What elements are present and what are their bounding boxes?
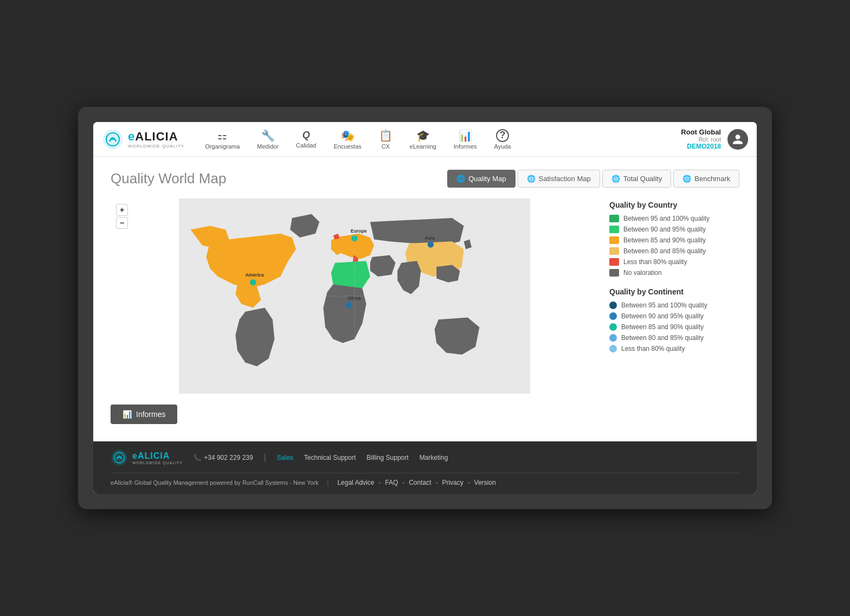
- swatch-95-100: [609, 215, 619, 222]
- footer-bottom-links: Legal Advice • FAQ • Contact • Privacy •…: [337, 479, 495, 486]
- logo-icon: [102, 129, 124, 150]
- legend-continent-item: Between 80 and 85% quality: [609, 334, 739, 342]
- nav-calidad[interactable]: Q Calidad: [288, 125, 324, 153]
- informes-nav-icon: 📊: [459, 129, 472, 142]
- legend-item: Between 90 and 95% quality: [609, 226, 739, 233]
- chart-icon: 📊: [123, 410, 132, 419]
- svg-point-11: [428, 241, 434, 248]
- legend-continent-items: Between 95 and 100% quality Between 90 a…: [609, 301, 739, 352]
- footer-contact[interactable]: Contact: [409, 479, 431, 486]
- nav-calidad-label: Calidad: [296, 142, 316, 149]
- legend-continent-item: Less than 80% quality: [609, 345, 739, 352]
- label-80-85: Between 80 and 85% quality: [623, 247, 706, 255]
- footer-legal[interactable]: Legal Advice: [337, 479, 374, 486]
- label-less-80: Less than 80% quality: [623, 258, 687, 266]
- nav-cx-label: CX: [382, 143, 390, 150]
- cont-label-90-95: Between 90 and 95% quality: [621, 312, 704, 320]
- avatar-icon: [732, 133, 744, 145]
- footer-faq[interactable]: FAQ: [385, 479, 398, 486]
- legend-country-items: Between 95 and 100% quality Between 90 a…: [609, 215, 739, 277]
- page-header: Quality World Map 🌐 Quality Map 🌐 Satisf…: [111, 170, 739, 188]
- footer-divider-1: |: [264, 453, 266, 463]
- nav-informes-label: Informes: [454, 143, 477, 150]
- zoom-out-button[interactable]: −: [116, 217, 128, 229]
- tab-quality-map[interactable]: 🌐 Quality Map: [447, 170, 515, 188]
- nav-ayuda[interactable]: ? Ayuda: [487, 125, 519, 154]
- dot-90-95: [609, 312, 617, 320]
- dot-80-85: [609, 334, 617, 342]
- user-name: Root Global: [681, 128, 721, 136]
- globe-icon-bm: 🌐: [682, 175, 691, 183]
- footer-copyright: eAlicia® Global Quality Management power…: [111, 479, 319, 486]
- nav-medidor[interactable]: 🔧 Medidor: [249, 125, 286, 154]
- swatch-no-valor: [609, 269, 619, 277]
- swatch-less-80: [609, 258, 619, 266]
- tab-satisfaction-map[interactable]: 🌐 Satisfaction Map: [518, 170, 600, 188]
- footer-privacy[interactable]: Privacy: [442, 479, 463, 486]
- legend-country-title: Quality by Country: [609, 201, 739, 209]
- logo-text: eALICIA WORLDWIDE QUALITY: [128, 130, 184, 149]
- label-no-valor: No valoration: [623, 269, 662, 277]
- main-content: Quality World Map 🌐 Quality Map 🌐 Satisf…: [93, 157, 757, 441]
- tab-quality-map-label: Quality Map: [468, 175, 506, 183]
- legend-item: Less than 80% quality: [609, 258, 739, 266]
- footer-version[interactable]: Version: [474, 479, 496, 486]
- tab-buttons: 🌐 Quality Map 🌐 Satisfaction Map 🌐 Total…: [447, 170, 739, 188]
- tab-total-quality[interactable]: 🌐 Total Quality: [602, 170, 672, 188]
- svg-text:Asia: Asia: [425, 235, 435, 241]
- footer-link-billing[interactable]: Billing Support: [366, 454, 408, 461]
- footer-link-sales[interactable]: Sales: [277, 454, 293, 461]
- footer-top: eALICIA WORLDWIDE QUALITY 📞 +34 902 229 …: [111, 449, 739, 473]
- tab-benchmark[interactable]: 🌐 Benchmark: [673, 170, 739, 188]
- label-95-100: Between 95 and 100% quality: [623, 215, 710, 222]
- dot-95-100: [609, 301, 617, 309]
- swatch-85-90: [609, 236, 619, 244]
- cont-label-less-80: Less than 80% quality: [621, 345, 685, 352]
- legend-item: Between 80 and 85% quality: [609, 247, 739, 255]
- header: eALICIA WORLDWIDE QUALITY ⚏ Organigrama …: [93, 122, 757, 157]
- footer-e-letter: e: [132, 451, 138, 460]
- nav-encuestas[interactable]: 🎭 Encuestas: [326, 125, 369, 154]
- calidad-icon: Q: [302, 130, 310, 141]
- nav-ayuda-label: Ayuda: [494, 143, 511, 150]
- nav-organigrama[interactable]: ⚏ Organigrama: [197, 125, 247, 154]
- header-right: Root Global Rol: root DEMO2018: [681, 128, 748, 150]
- organigrama-icon: ⚏: [217, 129, 227, 142]
- cont-label-80-85: Between 80 and 85% quality: [621, 334, 704, 342]
- legend-continent-item: Between 85 and 90% quality: [609, 323, 739, 331]
- ayuda-icon: ?: [496, 129, 509, 142]
- footer-logo-icon: [111, 449, 128, 466]
- legend-item: No valoration: [609, 269, 739, 277]
- main-nav: ⚏ Organigrama 🔧 Medidor Q Calidad 🎭 Encu…: [197, 125, 681, 154]
- legend-continent-title: Quality by Continent: [609, 287, 739, 296]
- footer-logo-text: eALICIA: [132, 451, 183, 461]
- informes-button[interactable]: 📊 Informes: [111, 405, 177, 424]
- page-title: Quality World Map: [111, 170, 226, 187]
- footer: eALICIA WORLDWIDE QUALITY 📞 +34 902 229 …: [93, 441, 757, 494]
- footer-links: Sales Technical Support Billing Support …: [277, 454, 448, 461]
- cont-label-85-90: Between 85 and 90% quality: [621, 323, 704, 331]
- encuestas-icon: 🎭: [341, 129, 355, 142]
- nav-cx[interactable]: 📋 CX: [371, 125, 400, 154]
- user-role: Rol: root: [681, 136, 721, 143]
- footer-logo-area: eALICIA WORLDWIDE QUALITY: [111, 449, 183, 466]
- svg-text:Africa: Africa: [347, 296, 361, 301]
- footer-sep: |: [327, 479, 329, 486]
- zoom-in-button[interactable]: +: [116, 204, 128, 216]
- phone-number: +34 902 229 239: [204, 454, 253, 461]
- globe-icon-tq: 🌐: [611, 175, 620, 183]
- nav-elearning[interactable]: 🎓 eLearning: [402, 125, 444, 154]
- user-avatar[interactable]: [727, 129, 748, 150]
- footer-link-tech-support[interactable]: Technical Support: [304, 454, 356, 461]
- svg-point-5: [250, 279, 256, 286]
- footer-bottom: eAlicia® Global Quality Management power…: [111, 473, 739, 486]
- legend-item: Between 95 and 100% quality: [609, 215, 739, 222]
- legend-item: Between 85 and 90% quality: [609, 236, 739, 244]
- footer-link-marketing[interactable]: Marketing: [420, 454, 448, 461]
- footer-subtitle: WORLDWIDE QUALITY: [132, 461, 183, 465]
- globe-icon-sm: 🌐: [527, 175, 536, 183]
- world-map: America: [111, 198, 598, 394]
- nav-informes[interactable]: 📊 Informes: [446, 125, 485, 154]
- legend-panel: Quality by Country Between 95 and 100% q…: [609, 198, 739, 424]
- legend-continent-item: Between 90 and 95% quality: [609, 312, 739, 320]
